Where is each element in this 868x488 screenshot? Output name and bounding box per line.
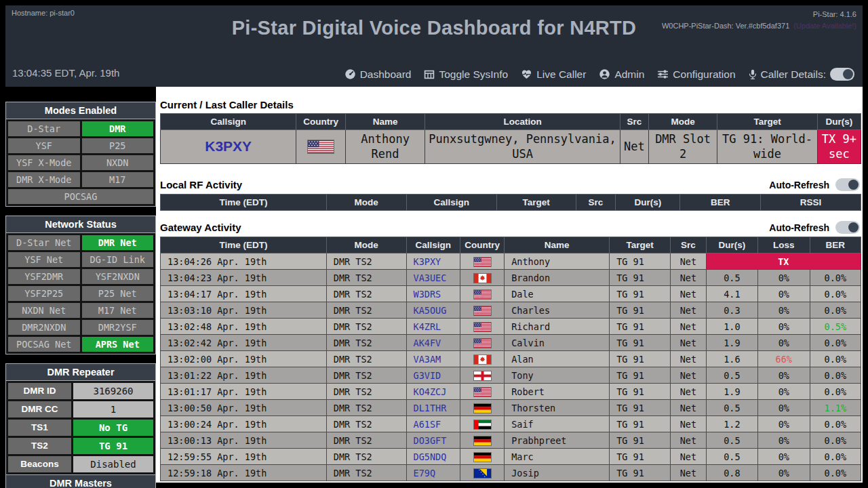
cell-src: Net xyxy=(670,384,706,400)
cell-name: Anthony Rend xyxy=(345,130,425,164)
flag-us-icon xyxy=(473,289,492,300)
cell-mode: DMR TS2 xyxy=(326,351,406,367)
cell-country xyxy=(460,432,505,449)
cell-callsign: VA3AM xyxy=(406,351,460,367)
mode-ysf: YSF xyxy=(8,138,80,153)
sliders-icon xyxy=(657,69,669,79)
nav-live-caller[interactable]: Live Caller xyxy=(521,68,586,81)
cell-callsign: W3DRS xyxy=(406,286,460,302)
repeater-value-dmr-cc: 1 xyxy=(73,401,153,418)
cell-src: Net xyxy=(670,449,706,465)
flag-de-icon xyxy=(473,436,492,446)
cell-ber: 0.0% xyxy=(810,351,861,367)
nav-toggle-sysinfo[interactable]: Toggle SysInfo xyxy=(424,68,508,81)
nav-admin[interactable]: Admin xyxy=(599,68,644,81)
cell-src: Net xyxy=(670,302,706,319)
cell-dur: 0.8 xyxy=(706,465,757,481)
hostname-label: Hostname: pi-star0 xyxy=(12,9,75,17)
nav-configuration[interactable]: Configuration xyxy=(657,68,735,81)
nav-label: Dashboard xyxy=(360,68,412,81)
cell-ber: 0.0% xyxy=(810,270,861,286)
net-nxdn-net: NXDN Net xyxy=(8,303,80,318)
repeater-label-beacons: Beacons xyxy=(8,456,71,472)
local-rf-autorefresh-toggle[interactable] xyxy=(835,178,860,191)
flag-eng-icon xyxy=(473,371,492,381)
cell-mode: DMR Slot 2 xyxy=(648,130,717,164)
dmr-repeater-title: DMR Repeater xyxy=(6,364,155,381)
cell-src: Net xyxy=(670,351,706,367)
nav-caller-details[interactable]: Caller Details: xyxy=(749,68,854,81)
cell-mode: DMR TS2 xyxy=(326,253,406,270)
cell-loss: 0% xyxy=(758,302,810,319)
cell-dur: 0.5 xyxy=(706,270,757,286)
cell-callsign: E79Q xyxy=(406,465,460,481)
cell-dur: 0.5 xyxy=(706,449,757,465)
cell-country xyxy=(296,130,345,164)
net-m17-net: M17 Net xyxy=(82,303,154,318)
cell-time: 13:02:42 Apr. 19th xyxy=(161,335,327,351)
callsign-link[interactable]: VA3UEC xyxy=(414,272,447,283)
toggle-knob xyxy=(843,69,853,79)
callsign-link[interactable]: K3PXY xyxy=(205,138,252,154)
nav-label: Live Caller xyxy=(536,68,586,81)
callsign-link[interactable]: KO4ZCJ xyxy=(414,386,447,397)
cell-mode: DMR TS2 xyxy=(326,400,406,416)
callsign-link[interactable]: W3DRS xyxy=(414,289,441,300)
local-rf-autorefresh-label: Auto-Refresh xyxy=(769,180,829,190)
callsign-link[interactable]: KA5OUG xyxy=(414,305,447,316)
callsign-link[interactable]: DG5NDQ xyxy=(414,451,447,462)
col-dur-s-: Dur(s) xyxy=(817,114,861,130)
cell-time: 12:59:18 Apr. 19th xyxy=(161,465,327,481)
gateway-autorefresh-toggle[interactable] xyxy=(835,221,860,234)
callsign-link[interactable]: E79Q xyxy=(414,468,436,479)
col-src: Src xyxy=(620,114,648,130)
callsign-link[interactable]: DO3GFT xyxy=(414,435,447,446)
dmr-repeater-panel: DMR Repeater DMR ID3169260DMR CC1TS1No T… xyxy=(5,363,156,488)
col-target: Target xyxy=(496,195,576,211)
cell-country xyxy=(460,270,505,286)
dmr-masters-title: DMR Masters xyxy=(6,474,155,488)
cell-loss: 0% xyxy=(758,319,810,335)
cell-name: Saif xyxy=(505,416,610,432)
callsign-link[interactable]: A61SF xyxy=(414,419,441,430)
cell-country xyxy=(460,286,505,302)
pistar-version: Pi-Star: 4.1.6 xyxy=(662,9,856,20)
callsign-link[interactable]: K4ZRL xyxy=(414,321,441,332)
col-country: Country xyxy=(460,237,505,253)
callsign-link[interactable]: AK4FV xyxy=(414,338,441,348)
cell-callsign: A61SF xyxy=(406,416,460,432)
cell-mode: DMR TS2 xyxy=(326,335,406,351)
cell-loss: 0% xyxy=(758,416,810,432)
col-dur-s-: Dur(s) xyxy=(706,237,757,253)
callsign-link[interactable]: VA3AM xyxy=(414,354,441,365)
nav-dashboard[interactable]: Dashboard xyxy=(344,68,412,81)
col-name: Name xyxy=(505,237,610,253)
cell-time: 12:59:55 Apr. 19th xyxy=(161,449,327,465)
cell-country xyxy=(460,335,505,351)
cell-ber: 0.0% xyxy=(810,302,861,319)
net-ysf2dmr: YSF2DMR xyxy=(8,269,80,284)
cell-loss: 0% xyxy=(758,286,810,302)
update-notice[interactable]: (Update Available!) xyxy=(793,22,856,30)
cell-location: Punxsutgwney, Pennsylvania, USA xyxy=(425,130,620,164)
cell-loss: 66% xyxy=(758,351,810,367)
callsign-link[interactable]: DL1THR xyxy=(414,403,447,413)
cell-target: TG 91 xyxy=(610,416,671,432)
callsign-link[interactable]: G3VID xyxy=(414,370,441,381)
cell-dur: TX 9+ sec xyxy=(817,130,861,164)
callsign-link[interactable]: K3PXY xyxy=(414,256,441,267)
cell-target: TG 91 xyxy=(610,400,671,416)
sidebar: Modes Enabled D-StarDMRYSFP25YSF X-ModeN… xyxy=(5,87,156,483)
col-ber: BER xyxy=(680,195,761,211)
cell-callsign: DO3GFT xyxy=(406,432,460,449)
gauge-icon xyxy=(344,68,356,80)
gateway-row: 13:03:10 Apr. 19thDMR TS2KA5OUGCharlesTG… xyxy=(161,302,861,319)
cell-loss: 0% xyxy=(758,465,810,481)
caller-details-toggle[interactable] xyxy=(830,68,854,81)
cell-loss: 0% xyxy=(758,384,810,400)
cell-mode: DMR TS2 xyxy=(326,465,406,481)
cell-callsign: KA5OUG xyxy=(406,302,460,319)
net-p25-net: P25 Net xyxy=(82,286,154,301)
flag-us-icon xyxy=(473,306,492,316)
cell-target: TG 91: World-wide xyxy=(717,130,818,164)
